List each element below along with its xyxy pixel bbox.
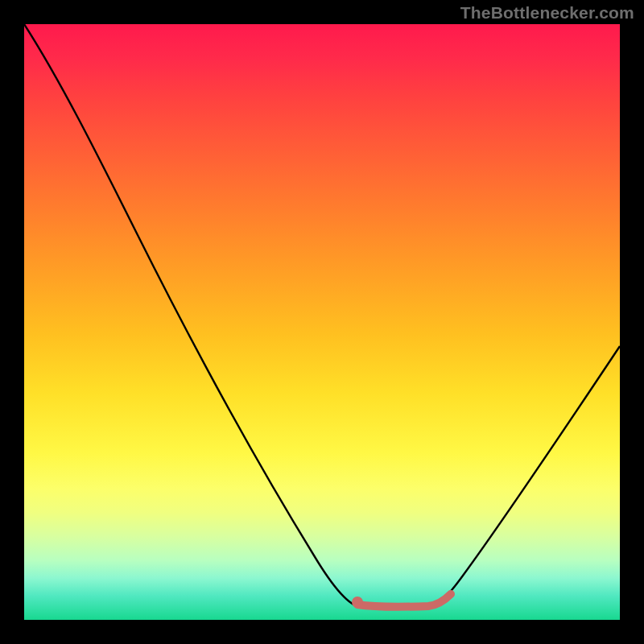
curve-marker <box>352 597 363 608</box>
chart-svg <box>24 24 620 620</box>
plot-area <box>24 24 620 620</box>
chart-frame: TheBottlenecker.com <box>0 0 644 644</box>
bottleneck-curve <box>24 24 620 608</box>
flat-segment <box>357 594 451 607</box>
watermark-text: TheBottlenecker.com <box>460 3 634 23</box>
